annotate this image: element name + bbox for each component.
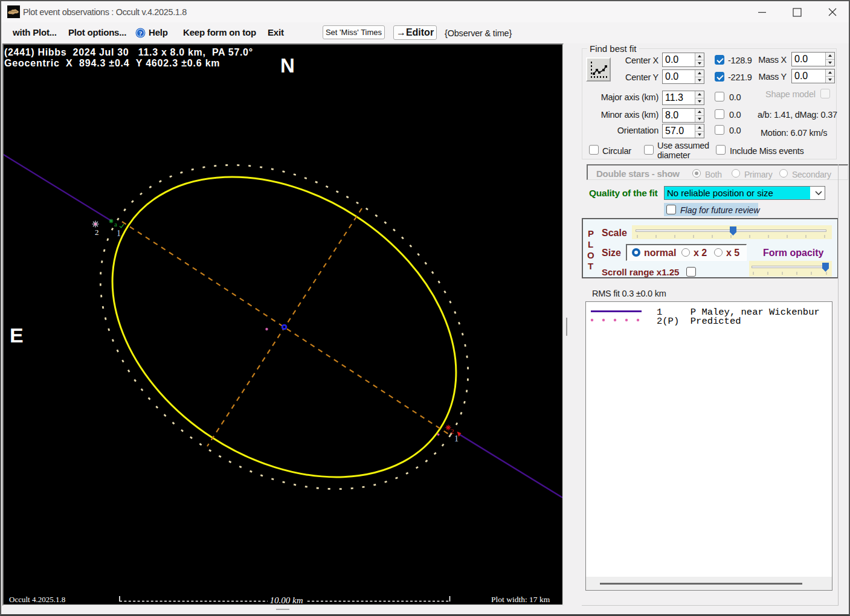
- svg-text:?: ?: [139, 30, 143, 37]
- svg-text:2: 2: [95, 228, 99, 237]
- svg-text:10.00 km: 10.00 km: [270, 595, 303, 605]
- svg-text:1: 1: [454, 434, 459, 443]
- svg-text:a: a: [114, 220, 117, 228]
- svg-text:1: 1: [117, 229, 121, 238]
- svg-text:2: 2: [451, 428, 454, 435]
